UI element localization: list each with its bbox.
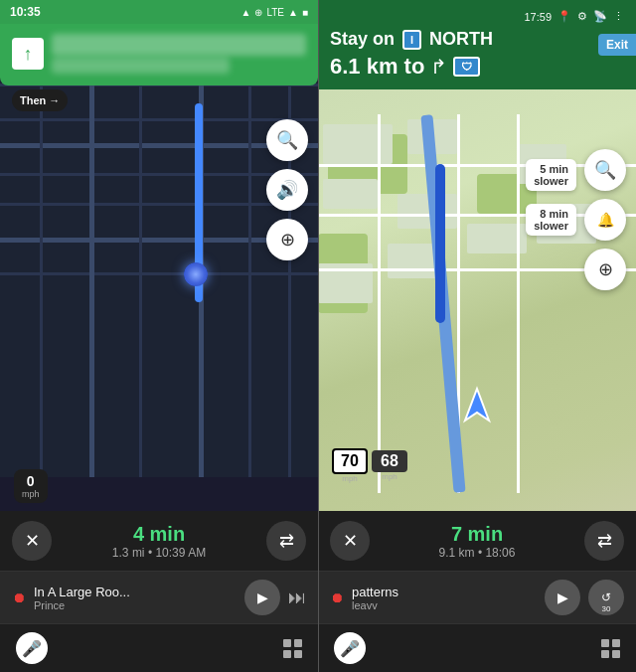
battery-icon: ■ [302, 7, 308, 18]
sound-button[interactable]: 🔊 [266, 169, 308, 211]
nav-info-bar-right: ✕ 7 min 9.1 km • 18:06 ⇄ [318, 511, 636, 571]
spotify-icon-right: ⏺ [330, 589, 344, 605]
route-options-button[interactable]: ⇄ [266, 521, 306, 561]
sound-button-right[interactable]: 🔔 [584, 199, 626, 241]
music-title-right: patterns [352, 585, 537, 599]
current-speed-value: 68 [372, 450, 407, 472]
route-options-button-right[interactable]: ⇄ [584, 521, 624, 561]
map-controls-left: 🔍 🔊 ⊕ [266, 119, 308, 260]
navigation-arrow [457, 385, 497, 428]
stay-on-label: Stay on [330, 29, 395, 50]
exit-badge: Exit [598, 34, 636, 56]
music-info-right: patterns leavv [352, 585, 537, 611]
skip-button[interactable]: ⏭ [288, 588, 306, 608]
speed-limit-unit: mph [332, 474, 368, 483]
highway-badge: I [402, 30, 421, 50]
svg-marker-0 [465, 389, 489, 420]
eta-time: 4 min [60, 523, 258, 546]
turn-icon: ↱ [430, 55, 447, 79]
google-assistant-button[interactable]: 🎤 [16, 632, 48, 664]
apps-grid-button-right[interactable] [601, 639, 620, 658]
nav-direction-right: Stay on I NORTH [330, 29, 624, 50]
nav-time-info: 4 min 1.3 mi • 10:39 AM [60, 523, 258, 560]
direction-arrow-icon: ↑ [12, 38, 44, 70]
speed-value: 0 [22, 473, 40, 489]
eta-time-right: 7 min [378, 523, 576, 546]
music-bar-right: ⏺ patterns leavv ▶ ↺ 30 [318, 571, 636, 623]
then-badge: Then → [12, 89, 68, 111]
music-info: In A Large Roo... Prince [34, 585, 237, 611]
highway-badge-2: 🛡 [453, 57, 480, 77]
replay-button[interactable]: ↺ 30 [588, 580, 624, 615]
bottom-bar-left: ✕ 4 min 1.3 mi • 10:39 AM ⇄ ⏺ In A Large… [0, 511, 318, 672]
system-bar-right: 🎤 [318, 623, 636, 672]
speed-unit: mph [22, 489, 40, 499]
music-controls-right: ▶ ↺ 30 [545, 580, 624, 615]
current-speed-unit: mph [372, 472, 407, 481]
speed-limit-display: 70 mph 68 mph [332, 448, 407, 483]
overflow-icon: ⋮ [613, 10, 624, 23]
spotify-icon: ⏺ [12, 589, 26, 605]
music-controls: ▶ ⏭ [244, 580, 306, 615]
street-name-blurred2 [52, 58, 230, 74]
settings-icon: ⚙ [577, 10, 587, 23]
close-navigation-button-right[interactable]: ✕ [330, 521, 370, 561]
status-bar-left: 10:35 ▲ ⊕ LTE ▲ ■ [0, 0, 318, 24]
apps-grid-button[interactable] [283, 639, 302, 658]
play-button-right[interactable]: ▶ [545, 580, 580, 615]
distance-eta-right: 9.1 km • 18:06 [378, 546, 576, 560]
nav-info-bar: ✕ 4 min 1.3 mi • 10:39 AM ⇄ [0, 511, 318, 571]
status-bar-right: 17:59 📍 ⚙ 📡 ⋮ [330, 10, 624, 23]
music-bar-left: ⏺ In A Large Roo... Prince ▶ ⏭ [0, 571, 318, 623]
panel-divider [318, 0, 319, 672]
play-button[interactable]: ▶ [244, 580, 280, 615]
notification-icon: ⊕ [254, 7, 262, 18]
direction-label: NORTH [429, 29, 493, 50]
nav-banner-right: 17:59 📍 ⚙ 📡 ⋮ Stay on I NORTH 6.1 km to … [318, 0, 636, 89]
traffic-alert-2: 8 min slower [526, 204, 576, 236]
add-stop-button-right[interactable]: ⊕ [584, 249, 626, 290]
lte-icon: LTE [266, 7, 284, 18]
signal-icon: ▲ [241, 7, 251, 18]
music-title: In A Large Roo... [34, 585, 237, 599]
music-artist: Prince [34, 599, 237, 611]
right-panel: 17:59 📍 ⚙ 📡 ⋮ Stay on I NORTH 6.1 km to … [318, 0, 636, 672]
street-name-blurred [52, 34, 306, 56]
search-button-right[interactable]: 🔍 [584, 149, 626, 191]
vehicle-arrow-icon [457, 385, 497, 424]
distance-eta: 1.3 mi • 10:39 AM [60, 546, 258, 560]
distance-row: 6.1 km to ↱ 🛡 [330, 54, 624, 80]
bottom-bar-right: ✕ 7 min 9.1 km • 18:06 ⇄ ⏺ patterns leav… [318, 511, 636, 672]
left-panel: 10:35 ▲ ⊕ LTE ▲ ■ ↑ Then → 🔍 🔊 ⊕ 0 mph [0, 0, 318, 672]
location-icon: 📍 [557, 10, 571, 23]
speed-indicator: 0 mph [14, 469, 48, 503]
right-time: 17:59 [524, 11, 552, 23]
speed-limit-value: 70 [332, 448, 368, 474]
google-assistant-button-right[interactable]: 🎤 [334, 632, 366, 664]
traffic-alert-1: 5 min slower [526, 159, 576, 191]
system-bar-left: 🎤 [0, 623, 318, 672]
status-icons: ▲ ⊕ LTE ▲ ■ [241, 7, 308, 18]
nav-time-info-right: 7 min 9.1 km • 18:06 [378, 523, 576, 560]
search-button[interactable]: 🔍 [266, 119, 308, 161]
music-artist-right: leavv [352, 599, 537, 611]
time-display: 10:35 [10, 5, 41, 19]
map-controls-right: 🔍 🔔 ⊕ [584, 149, 626, 290]
wifi-icon: ▲ [288, 7, 298, 18]
nav-banner-left: ↑ [0, 24, 318, 85]
cast-icon: 📡 [593, 10, 607, 23]
distance-value: 6.1 km to [330, 54, 424, 80]
close-navigation-button[interactable]: ✕ [12, 521, 52, 561]
add-stop-button[interactable]: ⊕ [266, 219, 308, 260]
